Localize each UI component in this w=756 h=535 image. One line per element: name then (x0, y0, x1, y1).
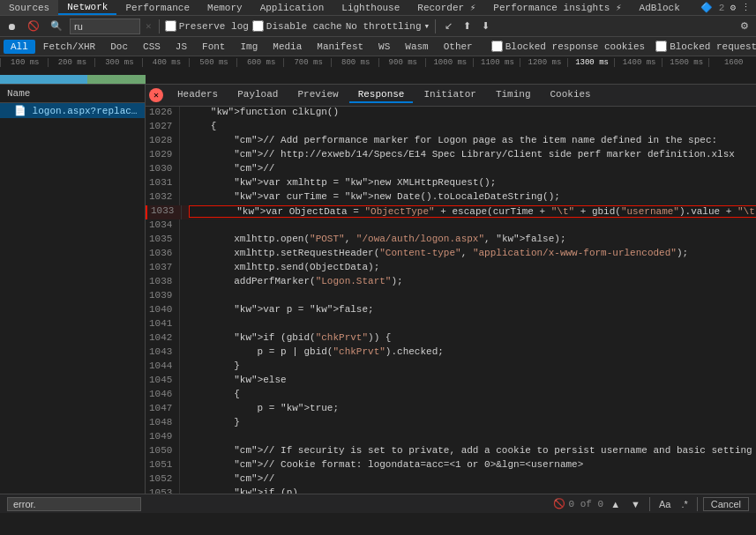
disable-cache-check[interactable] (252, 20, 264, 32)
timeline-mark-700: 700 ms (283, 58, 331, 67)
line-number: 1042 (146, 332, 180, 346)
line-content: "kw">var curTime = "kw">new Date().toLoc… (180, 191, 756, 205)
timeline-bar[interactable]: 100 ms 200 ms 300 ms 400 ms 500 ms 600 m… (0, 56, 756, 85)
import-button[interactable]: ↙ (441, 19, 456, 33)
clear-button[interactable]: 🚫 (24, 19, 43, 33)
timeline-mark-600: 600 ms (236, 58, 284, 67)
settings-icon[interactable]: ⚙ (730, 2, 736, 13)
search-bottom-input[interactable] (7, 497, 141, 511)
tab-headers[interactable]: Headers (168, 87, 227, 103)
timeline-mark-1500: 1500 ms (662, 58, 709, 67)
line-number: 1048 (146, 417, 180, 431)
nav-lighthouse[interactable]: Lighthouse (333, 0, 408, 15)
line-content: "cm">// Cookie format: logondata=acc=<1 … (180, 459, 756, 473)
more-icon[interactable]: ⋮ (741, 2, 751, 13)
line-content: "kw">var p = "kw">false; (180, 304, 756, 318)
tab-initiator[interactable]: Initiator (415, 87, 484, 103)
nav-adblock[interactable]: AdBlock (631, 0, 689, 15)
nav-performance[interactable]: Performance (116, 0, 198, 15)
detail-tabs: ✕ Headers Payload Preview Response Initi… (146, 85, 756, 107)
tab-timing[interactable]: Timing (487, 87, 540, 103)
filter-wasm[interactable]: Wasm (398, 40, 435, 54)
filter-ws[interactable]: WS (371, 40, 397, 54)
timeline-mark-1100: 1100 ms (473, 58, 520, 67)
line-content: "cm">// If security is set to private, a… (180, 445, 756, 459)
filter-all[interactable]: All (4, 40, 35, 54)
nav-memory[interactable]: Memory (198, 0, 251, 15)
tab-payload[interactable]: Payload (228, 87, 287, 103)
line-number: 1036 (146, 248, 180, 262)
line-number: 1026 (146, 107, 180, 121)
error-icon: 🚫 (553, 498, 565, 509)
prev-match-button[interactable]: ▲ (607, 497, 624, 511)
code-line: 1050 "cm">// If security is set to priva… (146, 445, 756, 459)
line-content (180, 318, 756, 332)
line-number: 1034 (146, 219, 180, 234)
tab-cookies[interactable]: Cookies (542, 87, 600, 103)
search-status: 🚫 0 of 0 ▲ ▼ Aa .* Cancel (553, 497, 749, 511)
filter-tabs-bar: All Fetch/XHR Doc CSS JS Font Img Media … (0, 37, 756, 56)
export-button[interactable]: ⬆ (460, 19, 475, 33)
filter-fetch-xhr[interactable]: Fetch/XHR (36, 40, 102, 54)
code-line: 1036 xmlhttp.setRequestHeader("Content-t… (146, 248, 756, 262)
filter-font[interactable]: Font (195, 40, 232, 54)
disable-cache-checkbox[interactable]: Disable cache (252, 20, 342, 32)
nav-network[interactable]: Network (58, 0, 116, 15)
line-content: "kw">var xmlhttp = "kw">new XMLHttpReque… (180, 177, 756, 191)
filter-manifest[interactable]: Manifest (310, 40, 371, 54)
timeline-mark-900: 900 ms (378, 58, 426, 67)
file-icon: 📄 (14, 106, 26, 116)
nav-sources[interactable]: Sources (0, 0, 58, 15)
code-line: 1048 } (146, 417, 756, 431)
file-item-logon[interactable]: 📄 logon.aspx?replaceCurrent=... (0, 103, 145, 118)
close-detail-button[interactable]: ✕ (149, 88, 163, 102)
nav-recorder[interactable]: Recorder ⚡ (408, 0, 484, 15)
line-content: xmlhttp.open("POST", "/owa/auth/logon.as… (180, 234, 756, 248)
blocked-requests-checkbox[interactable]: Blocked requests (655, 41, 756, 52)
timeline-mark-300: 300 ms (94, 58, 142, 67)
filter-media[interactable]: Media (266, 40, 309, 54)
filter-toggle[interactable]: 🔍 (47, 19, 66, 33)
timeline-mark-500: 500 ms (189, 58, 236, 67)
filter-js[interactable]: JS (168, 40, 194, 54)
regex-button[interactable]: .* (677, 497, 691, 511)
filter-doc[interactable]: Doc (103, 40, 135, 54)
cancel-button[interactable]: Cancel (703, 497, 749, 511)
code-view[interactable]: 1026 "kw">function clkLgn()1027 {1028 "c… (146, 107, 756, 494)
filter-other[interactable]: Other (437, 40, 480, 54)
left-panel: Name 📄 logon.aspx?replaceCurrent=... (0, 85, 146, 494)
record-button[interactable]: ⏺ (4, 19, 20, 33)
line-content: } (180, 417, 756, 431)
devtools-count: 🔷 2 (700, 2, 724, 13)
code-line: 1033 "kw">var ObjectData = "ObjectType" … (146, 205, 756, 219)
nav-perf-insights[interactable]: Performance insights ⚡ (484, 0, 630, 15)
filter-img[interactable]: Img (233, 40, 265, 54)
line-number: 1046 (146, 389, 180, 403)
line-number: 1043 (146, 346, 180, 360)
line-number: 1039 (146, 290, 180, 304)
code-line: 1028 "cm">// Add performance marker for … (146, 135, 756, 149)
line-content (180, 431, 756, 445)
nav-application[interactable]: Application (251, 0, 333, 15)
settings-button[interactable]: ⚙ (737, 19, 752, 33)
har-button[interactable]: ⬇ (478, 19, 493, 33)
tab-preview[interactable]: Preview (288, 87, 347, 103)
code-line: 1029 "cm">// http://exweb/14/Specs/E14 S… (146, 149, 756, 163)
next-match-button[interactable]: ▼ (627, 497, 644, 511)
code-line: 1027 { (146, 121, 756, 135)
search-input[interactable] (70, 19, 140, 34)
code-line: 1045 "kw">else (146, 375, 756, 389)
code-line: 1030 "cm">// (146, 163, 756, 177)
preserve-log-checkbox[interactable]: Preserve log (165, 20, 249, 32)
throttling-checkbox[interactable]: No throttling ▾ (346, 20, 430, 32)
preserve-log-check[interactable] (165, 20, 176, 32)
line-content: "kw">if (p) (180, 487, 756, 494)
line-content: "kw">var ObjectData = "ObjectType" + esc… (182, 205, 756, 219)
line-content: "cm">// Add performance marker for Logon… (180, 135, 756, 149)
line-number: 1051 (146, 459, 180, 473)
blocked-response-checkbox[interactable]: Blocked response cookies (491, 41, 645, 52)
filter-css[interactable]: CSS (136, 40, 168, 54)
match-case-button[interactable]: Aa (655, 497, 674, 511)
line-number: 1028 (146, 135, 180, 149)
tab-response[interactable]: Response (349, 87, 414, 103)
